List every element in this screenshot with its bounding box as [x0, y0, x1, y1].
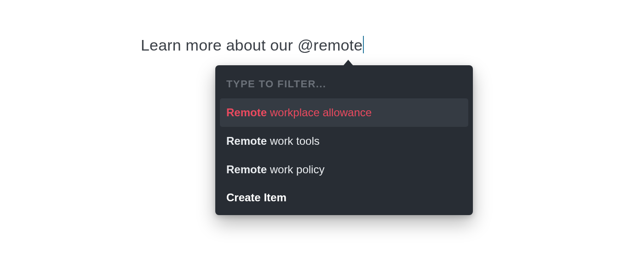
- popover-arrow-icon: [343, 60, 353, 66]
- suggestion-match: Remote: [226, 135, 267, 147]
- editor-text-before: Learn more about our: [141, 36, 298, 54]
- mention-popover: TYPE TO FILTER... Remote workplace allow…: [215, 65, 473, 215]
- mention-popover-wrapper: TYPE TO FILTER... Remote workplace allow…: [215, 60, 473, 215]
- suggestion-item-remote-workplace-allowance[interactable]: Remote workplace allowance: [220, 98, 468, 127]
- create-item-button[interactable]: Create Item: [220, 184, 468, 209]
- mention-query: remote: [313, 36, 362, 54]
- suggestion-item-remote-work-policy[interactable]: Remote work policy: [220, 155, 468, 184]
- mention-trigger: @: [298, 36, 314, 54]
- filter-hint-label: TYPE TO FILTER...: [220, 71, 468, 98]
- suggestion-rest: work tools: [267, 135, 320, 147]
- suggestion-rest: work policy: [267, 163, 324, 176]
- text-cursor: [363, 36, 364, 53]
- suggestion-rest: workplace allowance: [267, 106, 372, 119]
- suggestion-match: Remote: [226, 163, 267, 176]
- suggestion-item-remote-work-tools[interactable]: Remote work tools: [220, 127, 468, 155]
- editor-input-line[interactable]: Learn more about our @remote: [141, 36, 364, 54]
- suggestion-match: Remote: [226, 106, 267, 119]
